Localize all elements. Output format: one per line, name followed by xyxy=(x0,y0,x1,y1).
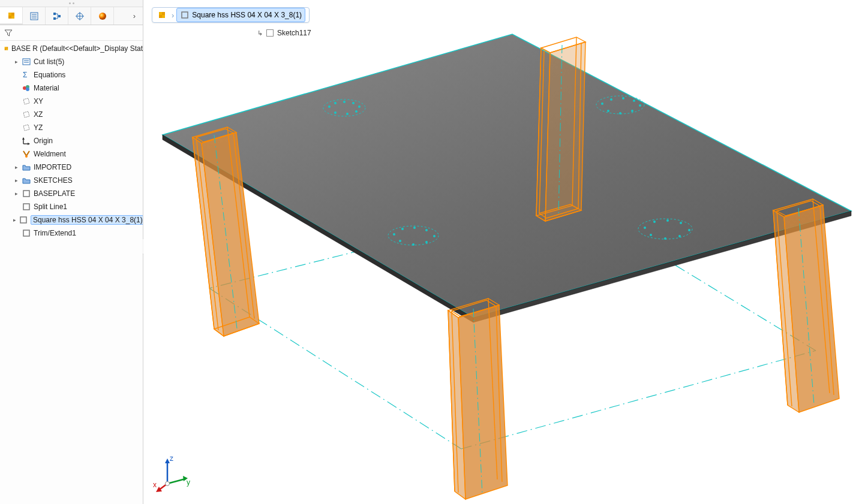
list-icon xyxy=(29,11,39,21)
svg-point-52 xyxy=(425,229,428,231)
panel-grab-handle[interactable] xyxy=(0,0,143,7)
svg-point-64 xyxy=(664,237,666,240)
plane-icon xyxy=(22,123,31,132)
feature-icon xyxy=(22,228,31,238)
tree-item-label: Origin xyxy=(34,137,53,145)
tree-item-baseplate[interactable]: ▸BASEPLATE xyxy=(1,187,143,200)
feature-icon xyxy=(19,215,28,225)
baseplate-top xyxy=(163,34,851,318)
tree-item-cutlist[interactable]: ▸Cut list(5) xyxy=(1,55,143,68)
svg-point-49 xyxy=(393,233,395,236)
tree-item-origin[interactable]: Origin xyxy=(1,134,143,147)
tab-feature-manager[interactable] xyxy=(0,7,23,25)
tree-item-label: Cut list(5) xyxy=(34,58,64,66)
tab-configuration-manager[interactable] xyxy=(46,7,68,25)
svg-point-31 xyxy=(328,105,331,108)
tree-item-imported[interactable]: ▸IMPORTED xyxy=(1,161,143,174)
tree-item-material[interactable]: Material xyxy=(1,82,143,95)
tree-config-icon xyxy=(52,11,62,21)
tree-item-xy[interactable]: XY xyxy=(1,95,143,108)
expander-icon[interactable] xyxy=(13,125,19,131)
svg-point-55 xyxy=(412,243,415,246)
expander-icon[interactable]: ▸ xyxy=(13,217,16,223)
panel-tabs: › xyxy=(0,7,143,25)
svg-point-33 xyxy=(343,101,346,103)
svg-point-36 xyxy=(355,110,358,113)
tree-item-splitline[interactable]: Split Line1 xyxy=(1,200,143,213)
feature-icon xyxy=(22,202,31,212)
tree-item-equations[interactable]: ΣEquations xyxy=(1,68,143,82)
tree-item-squarehss[interactable]: ▸Square hss HSS 04 X 04 X 3_8(1) xyxy=(1,213,143,227)
assembly-icon xyxy=(7,11,16,20)
funnel-icon xyxy=(4,28,13,38)
expander-icon[interactable] xyxy=(13,138,19,144)
weldment-icon xyxy=(22,149,31,159)
expander-icon[interactable] xyxy=(13,230,19,236)
tree-item-yz[interactable]: YZ xyxy=(1,121,143,134)
feature-icon xyxy=(22,189,31,198)
tree-item-label: BASEPLATE xyxy=(34,189,75,198)
chevron-right-icon: › xyxy=(133,11,136,20)
tree-item-label: Material xyxy=(34,84,59,92)
feature-tree: BASE R (Default<<Default>_Display Stat ▸… xyxy=(0,41,143,504)
expander-icon[interactable]: ▸ xyxy=(13,59,19,65)
svg-point-54 xyxy=(425,241,428,243)
model-canvas[interactable] xyxy=(143,0,862,504)
svg-point-113 xyxy=(166,482,170,486)
tree-filter-bar[interactable] xyxy=(0,25,143,41)
expander-icon[interactable] xyxy=(13,151,19,157)
tree-item-trimext[interactable]: Trim/Extend1 xyxy=(1,227,143,240)
tree-item-label: Weldment xyxy=(34,150,66,158)
tree-item-label: Equations xyxy=(34,71,65,79)
tree-item-label: XZ xyxy=(34,110,43,119)
graphics-viewport[interactable]: › Square hss HSS 04 X 04 X 3_8(1) ↳ Sket… xyxy=(143,0,862,504)
expander-icon[interactable] xyxy=(13,204,19,210)
svg-text:z: z xyxy=(170,454,173,463)
svg-point-42 xyxy=(622,97,624,99)
expander-icon[interactable]: ▸ xyxy=(13,191,19,197)
expander-icon[interactable]: ▸ xyxy=(13,177,19,183)
hss-leg-back-right xyxy=(536,37,585,221)
tree-item-label: Square hss HSS 04 X 04 X 3_8(1) xyxy=(31,215,143,225)
material-icon xyxy=(22,83,31,93)
expander-icon[interactable] xyxy=(13,111,19,117)
expander-icon[interactable]: ▸ xyxy=(13,164,19,170)
svg-point-37 xyxy=(346,113,349,115)
svg-rect-25 xyxy=(20,217,26,223)
svg-marker-20 xyxy=(22,137,25,140)
tree-item-label: Split Line1 xyxy=(34,203,67,211)
expander-icon[interactable] xyxy=(13,85,19,91)
tree-item-label: IMPORTED xyxy=(34,163,71,171)
svg-marker-86 xyxy=(458,305,507,499)
tree-item-label: Trim/Extend1 xyxy=(34,229,76,237)
tab-appearance[interactable] xyxy=(91,7,114,25)
plane-icon xyxy=(22,110,31,119)
tree-root-item[interactable]: BASE R (Default<<Default>_Display Stat xyxy=(1,42,143,55)
svg-point-60 xyxy=(666,219,669,222)
svg-point-62 xyxy=(688,229,690,231)
cutlist-icon xyxy=(22,57,31,67)
tree-item-weldment[interactable]: Weldment xyxy=(1,147,143,161)
tree-item-sketches[interactable]: ▸SKETCHES xyxy=(1,174,143,187)
tree-item-label: XY xyxy=(34,97,43,105)
view-triad[interactable]: z y x xyxy=(153,452,195,494)
svg-point-38 xyxy=(334,111,337,114)
svg-point-41 xyxy=(610,98,612,101)
expander-icon[interactable] xyxy=(13,72,19,78)
svg-point-22 xyxy=(25,155,28,158)
svg-rect-24 xyxy=(23,204,29,210)
svg-point-40 xyxy=(601,102,603,105)
svg-rect-23 xyxy=(23,191,29,197)
tab-property-manager[interactable] xyxy=(23,7,46,25)
expander-icon[interactable] xyxy=(13,98,19,104)
svg-point-17 xyxy=(26,87,29,91)
svg-point-50 xyxy=(401,228,404,230)
tab-dimxpert[interactable] xyxy=(68,7,91,25)
tab-overflow[interactable]: › xyxy=(126,7,143,25)
svg-point-34 xyxy=(352,102,355,104)
svg-point-56 xyxy=(399,240,401,242)
svg-point-32 xyxy=(334,102,337,104)
tree-item-xz[interactable]: XZ xyxy=(1,108,143,121)
svg-point-58 xyxy=(644,227,646,229)
equations-icon: Σ xyxy=(22,70,31,80)
